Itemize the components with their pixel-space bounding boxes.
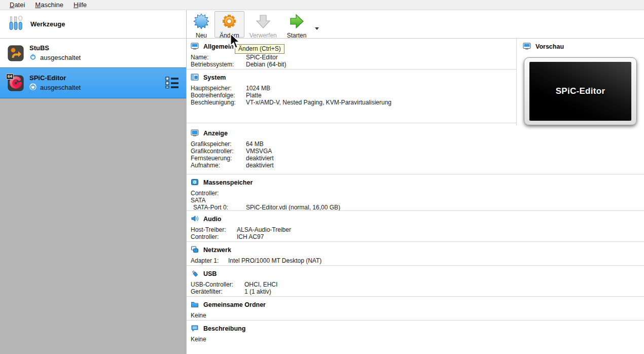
tools-icon (8, 15, 24, 33)
audio-speaker-icon (191, 215, 199, 224)
detail-row: SATA (191, 197, 644, 204)
menu-hilfe[interactable]: Hilfe (68, 1, 92, 10)
section-gemeinsame-ordner: Gemeinsame Ordner Keine (187, 297, 644, 321)
arch-64-badge: 64 (6, 74, 14, 80)
section-title: Massenspeicher (203, 179, 253, 186)
vm-details-pane: Allgemein Name:SPiC-Editor Betriebssyste… (187, 39, 644, 354)
detail-row: USB-Controller:OHCI, EHCI (191, 281, 644, 288)
menu-maschine[interactable]: Maschine (30, 1, 68, 10)
detail-row: Name:SPiC-Editor (191, 54, 516, 61)
start-dropdown-caret-icon[interactable] (315, 27, 319, 30)
tools-header[interactable]: Werkzeuge (0, 10, 186, 39)
detail-row: Bootreihenfolge:Platte (191, 92, 516, 99)
usb-icon (191, 269, 199, 279)
detail-row: Hauptspeicher:1024 MB (191, 85, 516, 92)
detail-row: Keine (191, 312, 644, 319)
section-title: Gemeinsame Ordner (203, 301, 266, 308)
section-beschreibung: Beschreibung Keine (187, 321, 644, 343)
stubs-vm-icon (8, 45, 24, 61)
start-right-arrow-icon (289, 13, 305, 31)
detail-row: Betriebssystem:Debian (64-bit) (191, 61, 516, 68)
shared-folder-icon (191, 300, 199, 310)
preview-title: Vorschau (535, 43, 564, 50)
detail-row: Fernsteuerung:deaktiviert (191, 155, 644, 162)
new-vm-label: Neu (196, 32, 207, 39)
description-bubble-icon (191, 324, 199, 334)
section-usb: USB USB-Controller:OHCI, EHCI Gerätefilt… (187, 266, 644, 297)
settings-shortcut-tooltip: Ändern (Ctrl+S) (235, 44, 284, 54)
section-title: Allgemein (203, 43, 234, 50)
vm-list-item-stubs[interactable]: StuBS ausgeschaltet (0, 39, 186, 67)
menu-datei[interactable]: Datei (5, 1, 30, 10)
preview-monitor-icon (523, 42, 531, 52)
discard-label: Verwerfen (249, 32, 277, 39)
vm-name: SPiC-Editor (29, 74, 160, 82)
tools-label: Werkzeuge (30, 20, 65, 28)
section-netzwerk: Netzwerk Adapter 1:Intel PRO/1000 MT Des… (187, 242, 644, 266)
section-title: USB (203, 270, 217, 277)
section-title: System (203, 74, 226, 81)
detail-row: Gerätefilter:1 (1 aktiv) (191, 288, 644, 295)
settings-label: Ändern (220, 32, 239, 39)
virtualbox-manager-window: Datei Maschine Hilfe Werkzeug (0, 0, 644, 354)
spic-editor-vm-icon: 64 (8, 75, 24, 91)
vm-status-text: ausgeschaltet (40, 84, 81, 91)
toolbar: Neu (187, 10, 644, 39)
power-state-icon (29, 53, 37, 62)
preview-monitor-frame: SPiC-Editor (524, 57, 637, 125)
vm-name: StuBS (29, 44, 186, 52)
section-title: Netzwerk (203, 246, 231, 254)
discard-button[interactable]: Verwerfen (244, 11, 282, 38)
preview-screen-label: SPiC-Editor (556, 86, 605, 96)
section-title: Audio (203, 216, 221, 223)
section-anzeige: Anzeige Grafikspeicher:64 MB Grafikcontr… (187, 125, 644, 174)
detail-row: Beschleunigung:VT-x/AMD-V, Nested Paging… (191, 99, 516, 106)
detail-row: Controller:ICH AC97 (191, 233, 644, 240)
section-system: System Hauptspeicher:1024 MB Bootreihenf… (187, 69, 516, 123)
start-label: Starten (287, 32, 307, 39)
detail-row: Keine (191, 336, 644, 343)
detail-row: Adapter 1:Intel PRO/1000 MT Desktop (NAT… (191, 257, 644, 264)
start-button[interactable]: Starten (282, 11, 312, 38)
preview-screen: SPiC-Editor (529, 62, 631, 121)
system-chip-icon (191, 73, 199, 83)
detail-row: Grafikcontroller:VMSVGA (191, 148, 644, 155)
power-state-icon (29, 83, 37, 92)
vm-status-text: ausgeschaltet (40, 54, 81, 61)
storage-disk-icon (191, 178, 199, 188)
vm-details-list-icon[interactable] (165, 76, 179, 90)
section-title: Beschreibung (203, 325, 245, 332)
sidebar-empty-area (0, 98, 186, 354)
vm-sidebar: Werkzeuge StuBS (0, 10, 187, 354)
detail-row: Aufnahme:deaktiviert (191, 162, 644, 169)
section-audio: Audio Host-Treiber:ALSA-Audio-Treiber Co… (187, 211, 644, 242)
detail-row: Grafikspeicher:64 MB (191, 140, 644, 148)
new-vm-starburst-icon (193, 13, 209, 31)
menubar: Datei Maschine Hilfe (0, 0, 644, 10)
detail-row: Controller: (191, 190, 644, 197)
settings-gear-icon (221, 13, 237, 31)
preview-panel: Vorschau SPiC-Editor (517, 39, 644, 125)
detail-row: Host-Treiber:ALSA-Audio-Treiber (191, 226, 644, 233)
section-title: Anzeige (203, 130, 228, 137)
general-monitor-icon (191, 42, 199, 52)
section-allgemein: Allgemein Name:SPiC-Editor Betriebssyste… (187, 39, 516, 69)
network-icon (191, 245, 199, 255)
detail-row: SATA-Port 0:SPiC-Editor.vdi (normal, 16,… (191, 204, 644, 211)
vm-list-item-spic-editor[interactable]: 64 SPiC-Editor ausgeschal (0, 67, 186, 98)
new-vm-button[interactable]: Neu (188, 11, 214, 38)
discard-down-arrow-icon (255, 13, 271, 31)
display-icon (191, 129, 199, 138)
section-massenspeicher: Massenspeicher Controller: SATA SATA-Por… (187, 174, 644, 211)
settings-button[interactable]: Ändern (214, 11, 244, 38)
